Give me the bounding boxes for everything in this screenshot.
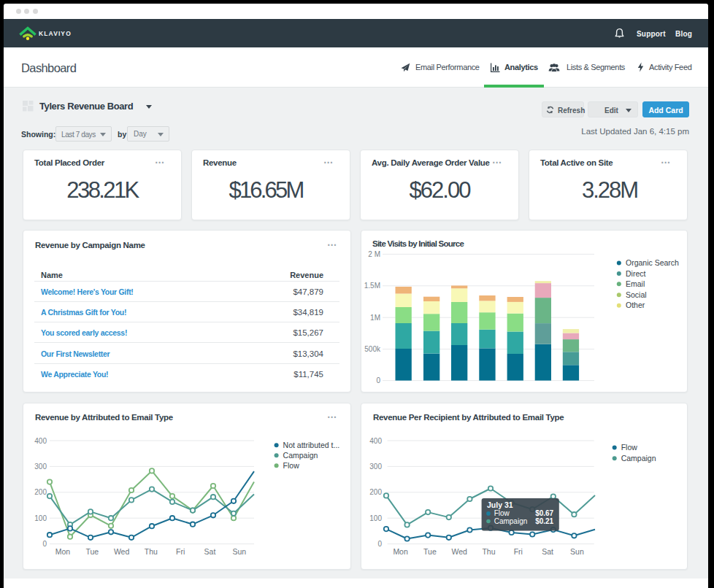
svg-text:Thu: Thu: [145, 547, 158, 556]
svg-text:Sun: Sun: [232, 547, 246, 556]
svg-text:Campaign: Campaign: [621, 454, 656, 463]
svg-text:Mon: Mon: [55, 547, 71, 556]
svg-text:2 M: 2 M: [368, 250, 380, 258]
svg-text:Not attributed t...: Not attributed t...: [283, 441, 340, 449]
svg-text:0: 0: [42, 540, 47, 548]
svg-text:Tue: Tue: [423, 547, 437, 556]
svg-text:Social: Social: [626, 290, 647, 299]
svg-text:400: 400: [369, 437, 382, 445]
svg-text:500k: 500k: [364, 345, 381, 353]
svg-text:0: 0: [377, 540, 382, 548]
svg-text:200: 200: [369, 488, 382, 496]
svg-text:Flow: Flow: [283, 461, 300, 470]
svg-text:July 31: July 31: [487, 500, 513, 509]
svg-text:Flow: Flow: [621, 443, 638, 452]
svg-text:100: 100: [369, 514, 382, 522]
svg-text:Sat: Sat: [542, 547, 553, 556]
svg-text:$0.67: $0.67: [535, 509, 553, 517]
svg-text:100: 100: [34, 514, 47, 522]
svg-text:Fri: Fri: [176, 547, 185, 556]
svg-text:Flow: Flow: [494, 509, 510, 517]
svg-text:Sun: Sun: [570, 547, 584, 556]
svg-text:300: 300: [34, 463, 47, 471]
svg-text:Other: Other: [626, 301, 645, 309]
svg-text:$0.21: $0.21: [535, 517, 553, 525]
svg-text:Wed: Wed: [114, 547, 130, 556]
svg-text:Direct: Direct: [626, 269, 646, 278]
svg-text:Campaign: Campaign: [283, 451, 318, 460]
svg-text:Sat: Sat: [204, 547, 216, 556]
svg-text:1M: 1M: [370, 314, 380, 322]
svg-text:0: 0: [376, 376, 380, 384]
svg-text:Campaign: Campaign: [494, 517, 528, 525]
svg-text:Fri: Fri: [514, 547, 523, 556]
svg-text:Tue: Tue: [85, 547, 99, 556]
svg-text:Mon: Mon: [393, 547, 408, 556]
svg-text:1.5M: 1.5M: [364, 282, 380, 290]
svg-text:Organic Search: Organic Search: [626, 258, 679, 267]
svg-text:Wed: Wed: [451, 547, 467, 556]
svg-text:Email: Email: [626, 279, 645, 288]
svg-text:300: 300: [369, 463, 382, 471]
svg-text:200: 200: [34, 488, 47, 496]
svg-text:400: 400: [34, 437, 47, 445]
svg-text:Thu: Thu: [482, 547, 495, 556]
